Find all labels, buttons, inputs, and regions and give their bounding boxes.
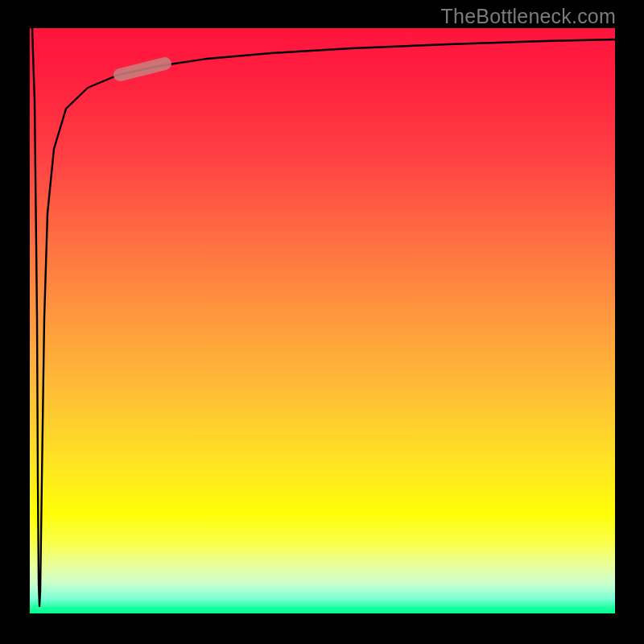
watermark-text: TheBottleneck.com: [441, 5, 616, 28]
highlight-segment: [120, 64, 165, 75]
chart-frame: TheBottleneck.com: [0, 0, 644, 644]
plot-area: [30, 28, 615, 613]
bottleneck-curve: [32, 28, 615, 606]
curve-layer: [30, 28, 615, 613]
